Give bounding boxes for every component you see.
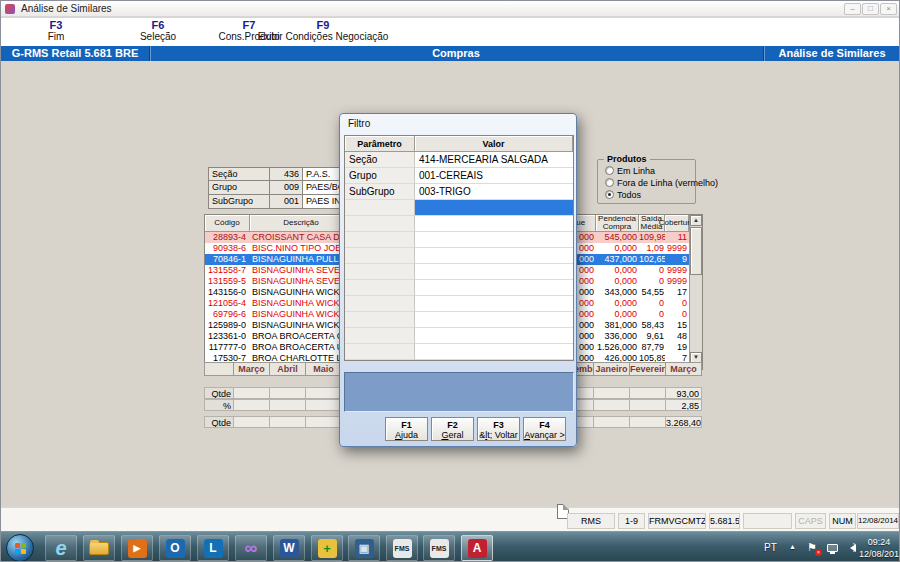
filter-value-cell[interactable] (415, 344, 573, 360)
produtos-groupbox: Produtos Em LinhaFora de Linha (vermelho… (597, 159, 696, 204)
cell-codigo: 143156-0 (205, 287, 249, 298)
menu-item-f3[interactable]: F3Fim (48, 19, 65, 43)
button-key: F4 (524, 420, 565, 430)
close-button[interactable]: × (880, 3, 897, 15)
month-value-cell (630, 399, 666, 411)
f2-button[interactable]: F2Geral (431, 417, 474, 441)
language-indicator[interactable]: PT (764, 542, 777, 553)
filter-row[interactable] (345, 264, 573, 280)
action-center-icon[interactable]: ⚑× (807, 541, 819, 555)
coins-icon[interactable]: + (311, 535, 343, 561)
filter-row[interactable] (345, 328, 573, 344)
f1-button[interactable]: F1Ajuda (385, 417, 428, 441)
filter-value-cell[interactable] (415, 248, 573, 264)
filter-row[interactable]: Seção414-MERCEARIA SALGADA (345, 152, 573, 168)
f4-button[interactable]: F4Avançar > (523, 417, 566, 441)
month-value-cell (270, 416, 306, 428)
media-player-icon[interactable]: ▶ (121, 535, 153, 561)
filter-row[interactable] (345, 216, 573, 232)
radio-option-3[interactable]: Todos (605, 189, 641, 200)
month-value-cell (594, 416, 630, 428)
fms-app-icon-2[interactable]: FMS (423, 535, 455, 561)
filter-param-cell (345, 312, 415, 328)
filter-value-cell[interactable] (415, 264, 573, 280)
menu-item-f6[interactable]: F6Seleção (140, 19, 176, 43)
radio-option-2[interactable]: Fora de Linha (vermelho) (605, 177, 718, 188)
restore-button[interactable]: □ (862, 3, 879, 15)
month-value-cell (306, 387, 342, 399)
filter-value-cell[interactable] (415, 280, 573, 296)
filter-grid-header: Parâmetro Valor (345, 136, 573, 152)
radio-button-icon (605, 190, 614, 199)
cell-cobertura: 19 (665, 342, 689, 353)
taskbar-clock[interactable]: 09:24 12/08/2014 (859, 536, 899, 560)
filter-value-cell[interactable]: 003-TRIGO (415, 184, 573, 200)
selection-label: Grupo (208, 181, 270, 195)
selection-label: SubGrupo (208, 195, 270, 209)
filter-value-cell[interactable] (415, 328, 573, 344)
filter-row[interactable] (345, 232, 573, 248)
outlook-icon[interactable]: O (159, 535, 191, 561)
radio-option-1[interactable]: Em Linha (605, 165, 655, 176)
acrobat-icon[interactable]: A (461, 535, 493, 561)
month-value-cell: 2,85 (666, 399, 702, 411)
filter-param-cell: Grupo (345, 168, 415, 184)
filter-row[interactable] (345, 200, 573, 216)
filter-row[interactable] (345, 312, 573, 328)
network-icon[interactable] (827, 544, 838, 552)
filter-row[interactable]: Grupo001-CEREAIS (345, 168, 573, 184)
filter-row[interactable] (345, 280, 573, 296)
month-header: Março (666, 362, 702, 376)
remote-desktop-icon[interactable]: ▣ (348, 535, 380, 561)
column-header: Descrição (250, 215, 353, 232)
cell-codigo: 28893-4 (205, 232, 249, 243)
status-cell: 1-9 (618, 513, 645, 529)
filter-param-cell (345, 328, 415, 344)
filter-info-panel (344, 372, 574, 412)
icon-glyph: ∞ (245, 539, 258, 557)
title-bar[interactable]: Análise de Similares – □ × (1, 1, 899, 17)
filter-value-cell[interactable]: 001-CEREAIS (415, 168, 573, 184)
icon-glyph: ▶ (128, 539, 147, 558)
status-cell: CAPS (795, 513, 826, 529)
word-icon[interactable]: W (273, 535, 305, 561)
fms-app-icon[interactable]: FMS (386, 535, 418, 561)
filter-dialog-title[interactable]: Filtro (348, 118, 370, 129)
vertical-scrollbar[interactable]: ▲▼ (689, 215, 702, 364)
produtos-groupbox-title: Produtos (604, 154, 650, 164)
icon-glyph: e (55, 538, 66, 558)
selection-label: Seção (208, 167, 270, 181)
month-value-cell (594, 399, 630, 411)
cell-pendencia: 336,000 (596, 331, 639, 342)
start-button[interactable] (6, 534, 34, 562)
show-hidden-icons[interactable]: ▲ (789, 543, 796, 550)
filter-value-cell[interactable] (415, 296, 573, 312)
cell-pendencia: 1.526,000 (596, 342, 639, 353)
minimize-button[interactable]: – (844, 3, 861, 15)
cell-saida: 0 (639, 309, 665, 320)
scroll-up-icon[interactable]: ▲ (690, 215, 702, 226)
filter-value-cell[interactable] (415, 312, 573, 328)
filter-value-cell[interactable] (415, 216, 573, 232)
filter-row[interactable] (345, 248, 573, 264)
visual-studio-icon[interactable]: ∞ (235, 535, 267, 561)
windows-explorer-icon[interactable] (83, 535, 115, 561)
lync-icon[interactable]: L (197, 535, 229, 561)
filter-param-cell (345, 296, 415, 312)
internet-explorer-icon[interactable]: e (45, 535, 77, 561)
cell-saida: 54,55 (639, 287, 665, 298)
cell-pendencia: 545,000 (596, 232, 639, 243)
filter-row[interactable] (345, 296, 573, 312)
filter-row[interactable]: SubGrupo003-TRIGO (345, 184, 573, 200)
month-header: Fevereiro (630, 362, 666, 376)
filter-value-cell[interactable] (415, 232, 573, 248)
menu-item-f9[interactable]: F9Exibir Condições Negociação (258, 19, 389, 43)
scrollbar-thumb[interactable] (690, 227, 702, 275)
filter-value-cell[interactable] (415, 200, 573, 216)
f3-button[interactable]: F3&lt; Voltar (477, 417, 520, 441)
filter-value-cell[interactable]: 414-MERCEARIA SALGADA (415, 152, 573, 168)
filter-row[interactable] (345, 344, 573, 360)
volume-icon[interactable] (846, 544, 856, 552)
cell-pendencia: 0,000 (596, 309, 639, 320)
status-cell: 12/08/2014 (857, 513, 899, 529)
